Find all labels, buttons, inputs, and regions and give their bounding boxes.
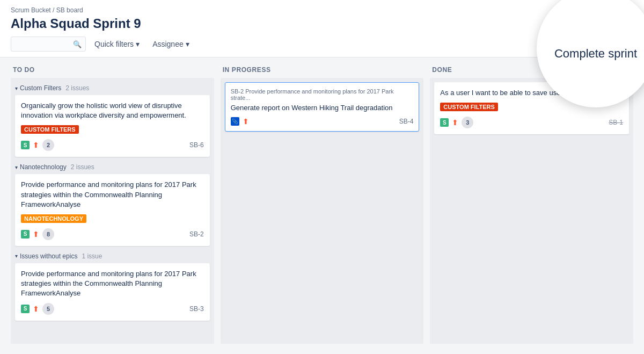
card-id-sb4: SB-4 bbox=[399, 118, 414, 125]
card-sb6[interactable]: Organically grow the holistic world view… bbox=[15, 95, 210, 157]
card-footer-sb6: S ⬆ 2 SB-6 bbox=[21, 139, 204, 151]
story-icon: S bbox=[21, 230, 30, 239]
quick-filters-chevron-icon: ▾ bbox=[136, 40, 140, 48]
story-icon: S bbox=[21, 305, 30, 313]
epic-group-nanotechnology: ▾ Nanotechnology 2 issues Provide perfor… bbox=[15, 161, 210, 246]
epic-issue-count: 2 issues bbox=[71, 163, 94, 171]
epic-group-custom-filters: ▾ Custom Filters 2 issues Organically gr… bbox=[15, 82, 210, 157]
complete-sprint-overlay-text[interactable]: Complete sprint bbox=[544, 25, 644, 71]
inprogress-header: IN PROGRESS bbox=[221, 66, 424, 78]
card-id-sb2: SB-2 bbox=[189, 230, 204, 238]
board-area: TO DO ▾ Custom Filters 2 issues Organica… bbox=[0, 57, 644, 352]
priority-high-icon: ⬆ bbox=[241, 117, 250, 126]
done-body: As a user I want to be able to save user… bbox=[430, 78, 633, 344]
epic-label-custom-filters[interactable]: ▾ Custom Filters 2 issues bbox=[15, 82, 210, 95]
card-footer-sb1: S ⬆ 3 SB-1 bbox=[440, 117, 623, 128]
todo-body: ▾ Custom Filters 2 issues Organically gr… bbox=[11, 78, 214, 344]
card-sb4[interactable]: SB-2 Provide performance and monitoring … bbox=[225, 82, 420, 132]
epic-issue-count: 2 issues bbox=[65, 84, 89, 92]
card-title-sb2: Provide performance and monitoring plans… bbox=[21, 180, 204, 209]
card-title-sb4: Generate report on Western Hiking Trail … bbox=[231, 103, 414, 113]
priority-high-icon: ⬆ bbox=[32, 230, 40, 239]
breadcrumb-project[interactable]: Scrum Bucket bbox=[11, 6, 51, 14]
todo-header: TO DO bbox=[11, 66, 214, 78]
priority-high-icon: ⬆ bbox=[451, 118, 459, 127]
card-id-sb6: SB-6 bbox=[189, 141, 204, 149]
column-todo: TO DO ▾ Custom Filters 2 issues Organica… bbox=[11, 66, 214, 344]
card-tag-custom-filters: CUSTOM FILTERS bbox=[21, 125, 79, 134]
avatar-count: 8 bbox=[42, 228, 54, 240]
card-sb3[interactable]: Provide performance and monitoring plans… bbox=[15, 263, 210, 321]
quick-filters-label: Quick filters bbox=[94, 40, 134, 48]
card-id-sb1: SB-1 bbox=[609, 119, 623, 126]
epic-label-nanotechnology[interactable]: ▾ Nanotechnology 2 issues bbox=[15, 161, 210, 174]
breadcrumb: Scrum Bucket / SB board bbox=[11, 6, 633, 14]
quick-filters-button[interactable]: Quick filters ▾ bbox=[90, 37, 144, 51]
card-title-sb3: Provide performance and monitoring plans… bbox=[21, 269, 204, 299]
story-icon: S bbox=[21, 141, 30, 149]
story-icon: S bbox=[440, 118, 449, 127]
epic-name: Custom Filters bbox=[20, 84, 61, 92]
chevron-icon: ▾ bbox=[15, 253, 18, 259]
epic-name: Issues without epics bbox=[20, 252, 77, 260]
column-done: DONE As a user I want to be able to save… bbox=[430, 66, 633, 344]
card-icons-sb3: S ⬆ 5 bbox=[21, 303, 54, 315]
epic-label-no-epic[interactable]: ▾ Issues without epics 1 issue bbox=[15, 250, 210, 263]
epic-name: Nanotechnology bbox=[20, 163, 67, 171]
avatar-count: 3 bbox=[462, 117, 473, 128]
column-inprogress: IN PROGRESS SB-2 Provide performance and… bbox=[221, 66, 424, 344]
assignee-chevron-icon: ▾ bbox=[186, 40, 189, 48]
card-title-sb6: Organically grow the holistic world view… bbox=[21, 101, 204, 120]
priority-high-icon: ⬆ bbox=[32, 305, 40, 313]
card-footer-sb3: S ⬆ 5 SB-3 bbox=[21, 303, 204, 315]
card-tag-custom-filters-done: CUSTOM FILTERS bbox=[440, 103, 498, 111]
page-title: Alpha Squad Sprint 9 bbox=[11, 16, 141, 31]
priority-high-icon: ⬆ bbox=[32, 141, 40, 149]
card-tag-nanotechnology: NANOTECHNOLOGY bbox=[21, 214, 86, 223]
avatar-count: 5 bbox=[42, 303, 54, 315]
card-icons-sb6: S ⬆ 2 bbox=[21, 139, 54, 151]
breadcrumb-separator: / bbox=[53, 6, 54, 14]
in-progress-ref-sb4: SB-2 Provide performance and monitoring … bbox=[231, 88, 414, 101]
card-footer-sb4: 📎 ⬆ SB-4 bbox=[231, 117, 414, 126]
avatar-count: 2 bbox=[42, 139, 54, 151]
assignee-button[interactable]: Assignee ▾ bbox=[148, 37, 194, 51]
epic-issue-count: 1 issue bbox=[82, 252, 102, 260]
card-id-sb3: SB-3 bbox=[189, 305, 204, 313]
inprogress-body: SB-2 Provide performance and monitoring … bbox=[221, 78, 424, 344]
breadcrumb-board[interactable]: SB board bbox=[56, 6, 83, 14]
card-icons-sb2: S ⬆ 8 bbox=[21, 228, 54, 240]
chevron-icon: ▾ bbox=[15, 164, 18, 170]
card-icons-sb4: 📎 ⬆ bbox=[231, 117, 250, 126]
search-icon: 🔍 bbox=[73, 40, 82, 48]
assignee-label: Assignee bbox=[152, 40, 184, 48]
search-wrapper: 🔍 bbox=[11, 37, 86, 52]
card-sb2[interactable]: Provide performance and monitoring plans… bbox=[15, 174, 210, 246]
epic-group-no-epic: ▾ Issues without epics 1 issue Provide p… bbox=[15, 250, 210, 321]
bookmark-icon: 📎 bbox=[231, 117, 239, 126]
card-icons-sb1: S ⬆ 3 bbox=[440, 117, 473, 128]
card-footer-sb2: S ⬆ 8 SB-2 bbox=[21, 228, 204, 240]
chevron-icon: ▾ bbox=[15, 85, 18, 91]
